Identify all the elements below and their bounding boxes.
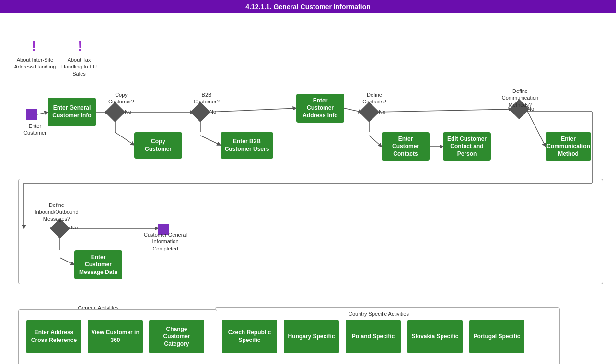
- box-view-customer360[interactable]: View Customer in 360: [88, 320, 143, 353]
- header-title: 4.12.1.1. General Customer Information: [245, 3, 371, 11]
- box-address-xref[interactable]: Enter Address Cross Reference: [26, 320, 81, 353]
- box-czech[interactable]: Czech Republic Specific: [222, 320, 277, 353]
- svg-line-5: [208, 108, 296, 112]
- label-b2b-no: No: [209, 108, 216, 115]
- label-country-specific: Country Specific Activities: [336, 310, 422, 317]
- excl-intersite-icon: !: [31, 37, 36, 55]
- svg-line-9: [376, 109, 512, 112]
- label-cgi-completed: Customer General Information Completed: [139, 231, 192, 252]
- start-node: [26, 109, 37, 120]
- svg-line-13: [526, 109, 546, 147]
- label-copy-question: Copy Customer?: [105, 91, 138, 105]
- label-comm-no: No: [527, 105, 534, 112]
- box-edit-contact[interactable]: Edit Customer Contact and Person: [443, 132, 491, 161]
- label-comm-question: Define Communication Methods?: [499, 88, 542, 108]
- box-portugal[interactable]: Portugal Specific: [469, 320, 524, 353]
- label-inbound-no: No: [71, 224, 78, 231]
- box-enter-comm[interactable]: Enter Communication Method: [546, 132, 591, 161]
- box-copy-customer[interactable]: Copy Customer: [134, 132, 182, 159]
- svg-line-4: [115, 132, 134, 145]
- svg-line-0: [37, 112, 48, 114]
- label-b2b-question: B2B Customer?: [190, 91, 223, 105]
- box-slovakia[interactable]: Slovakia Specific: [407, 320, 463, 353]
- label-copy-no: No: [125, 108, 131, 115]
- box-change-category[interactable]: Change Customer Category: [149, 320, 204, 353]
- svg-line-11: [369, 136, 382, 147]
- label-contacts-no: No: [379, 108, 385, 115]
- label-contacts-question: Define Contacts?: [358, 91, 391, 105]
- page-header: 4.12.1.1. General Customer Information: [0, 0, 616, 13]
- diagram-area: ! ! About Inter-Site Address Handling Ab…: [0, 13, 616, 363]
- label-enter-customer: Enter Customer: [18, 123, 52, 136]
- excl-tax-icon: !: [78, 37, 83, 55]
- box-hungary[interactable]: Hungary Specific: [284, 320, 339, 353]
- label-inbound-question: Define Inbound/Outbound Messages?: [33, 202, 81, 222]
- box-enter-b2b[interactable]: Enter B2B Customer Users: [221, 132, 273, 159]
- box-enter-contacts[interactable]: Enter Customer Contacts: [382, 132, 430, 161]
- svg-line-7: [200, 136, 221, 145]
- box-enter-general[interactable]: Enter General Customer Info: [48, 98, 96, 126]
- label-tax: About Tax Handling In EU Sales: [58, 57, 101, 77]
- box-poland[interactable]: Poland Specific: [346, 320, 401, 353]
- label-intersite: About Inter-Site Address Handling: [13, 57, 57, 70]
- box-enter-address[interactable]: Enter Customer Address Info: [296, 94, 344, 123]
- box-enter-msg[interactable]: Enter Customer Message Data: [74, 250, 122, 279]
